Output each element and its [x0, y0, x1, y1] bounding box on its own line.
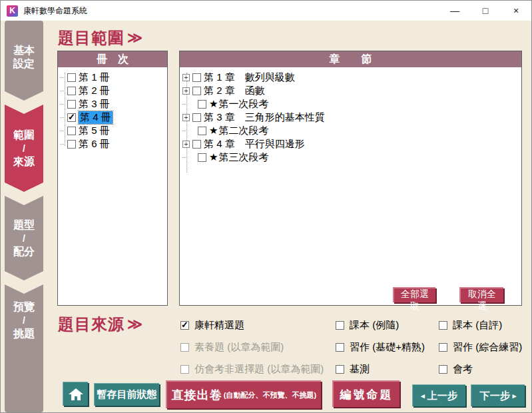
volume-row-5[interactable]: 第 5 冊	[58, 124, 167, 137]
tab-label: 配分	[13, 245, 35, 258]
chapter-label: 第 1 章 數列與級數	[204, 71, 295, 84]
source-column-1: ✓ 康軒精選題 素養題 (以章為範圍) 仿會考非選擇題 (以章為範圍)	[180, 318, 324, 384]
checkbox[interactable]	[67, 127, 76, 135]
volume-panel: 冊 次 第 1 冊 第 2 冊 第 3 冊 ✓ 第 4 冊	[57, 51, 168, 306]
volume-row-3[interactable]: 第 3 冊	[58, 97, 167, 111]
previous-step-button[interactable]: ◂ 上一步	[412, 384, 465, 406]
tab-label: 範圍	[13, 129, 35, 142]
chapter-row-1[interactable]: + 第 1 章 數列與級數	[180, 71, 521, 84]
checkbox[interactable]	[67, 73, 76, 82]
expand-plus-icon[interactable]: +	[182, 114, 190, 121]
volume-list: 第 1 冊 第 2 冊 第 3 冊 ✓ 第 4 冊 第 5 冊	[58, 67, 167, 151]
expand-plus-icon[interactable]: +	[182, 87, 190, 95]
range-section-heading: 題目範圍 ≫	[58, 27, 143, 49]
chapter-row-3[interactable]: + 第 3 章 三角形的基本性質	[180, 111, 521, 124]
checkbox[interactable]	[192, 87, 201, 95]
close-icon[interactable]: ×	[501, 1, 531, 21]
volume-row-2[interactable]: 第 2 冊	[58, 84, 167, 97]
source-kangxuan-featured[interactable]: ✓ 康軒精選題	[180, 318, 324, 332]
checkbox[interactable]	[439, 343, 447, 352]
checkbox[interactable]	[336, 365, 344, 374]
deselect-all-button[interactable]: 取消全選	[459, 287, 503, 302]
app-window: K 康軒數學命題系統 — □ × 基本 設定 範圍 / 來源 題型 / 配分 預…	[0, 0, 532, 413]
double-chevron-icon: ≫	[127, 316, 143, 333]
source-label: 習作 (基礎+精熟)	[350, 341, 425, 354]
source-label: 康軒精選題	[194, 319, 244, 332]
source-textbook-selfcheck[interactable]: 課本 (自評)	[439, 318, 522, 332]
source-textbook-example[interactable]: 課本 (例隨)	[336, 318, 425, 332]
tab-basic-settings[interactable]: 基本 設定	[5, 21, 43, 101]
checkbox[interactable]	[336, 321, 344, 330]
chapter-row-4[interactable]: + 第 4 章 平行與四邊形	[180, 137, 521, 151]
checkbox[interactable]	[198, 153, 206, 162]
exam-label: 第二次段考	[218, 125, 268, 137]
chapter-label: 第 3 章 三角形的基本性質	[204, 111, 325, 124]
checkbox[interactable]	[336, 343, 344, 352]
exam-row-3[interactable]: ★ 第三次段考	[180, 151, 521, 164]
tab-preview-pick[interactable]: 預覽 / 挑題	[5, 284, 43, 412]
direct-generate-button[interactable]: 直接出卷 (自動配分、不預覽、不挑題)	[166, 380, 321, 408]
source-basic-test[interactable]: 基測	[336, 362, 425, 376]
checkbox-checked[interactable]: ✓	[67, 113, 76, 122]
expand-plus-icon[interactable]: +	[182, 74, 190, 81]
source-literacy-disabled: 素養題 (以章為範圍)	[180, 340, 324, 354]
minimize-icon[interactable]: —	[439, 1, 470, 21]
tab-label: 基本	[13, 44, 35, 57]
source-workbook-comprehensive[interactable]: 習作 (綜合練習)	[439, 340, 522, 354]
checkbox[interactable]	[67, 100, 76, 109]
volume-label: 第 6 冊	[79, 138, 110, 151]
tab-label: 挑題	[13, 327, 35, 340]
chapter-label: 第 2 章 函數	[204, 85, 265, 97]
tab-label: 來源	[13, 155, 35, 169]
home-button[interactable]	[63, 382, 88, 406]
expand-plus-icon[interactable]: +	[182, 141, 190, 148]
source-column-2: 課本 (例隨) 習作 (基礎+精熟) 基測	[336, 318, 425, 384]
tab-label: /	[23, 314, 25, 327]
source-entrance-exam[interactable]: 會考	[439, 362, 522, 376]
sidebar: 基本 設定 範圍 / 來源 題型 / 配分 預覽 / 挑題	[5, 21, 43, 411]
tab-label: 題型	[13, 218, 35, 232]
volume-row-4[interactable]: ✓ 第 4 冊	[58, 111, 167, 124]
volume-row-1[interactable]: 第 1 冊	[58, 71, 167, 84]
volume-label: 第 3 冊	[79, 98, 110, 111]
checkbox[interactable]	[439, 365, 447, 374]
numbering-button[interactable]: 編號命題	[332, 380, 399, 407]
direct-generate-note: (自動配分、不預覽、不挑題)	[224, 390, 316, 400]
source-workbook-basic[interactable]: 習作 (基礎+精熟)	[336, 340, 425, 354]
checkbox[interactable]	[198, 100, 206, 109]
source-section-heading: 題目來源 ≫	[58, 314, 143, 335]
chapter-row-2[interactable]: + 第 2 章 函數	[180, 84, 521, 97]
checkbox[interactable]	[67, 140, 76, 149]
tab-label: /	[23, 142, 25, 155]
tab-range-source[interactable]: 範圍 / 來源	[5, 105, 43, 192]
volume-row-6[interactable]: 第 6 冊	[58, 137, 167, 151]
volume-panel-header: 冊 次	[58, 51, 167, 67]
app-logo-icon: K	[7, 5, 18, 17]
checkbox-checked[interactable]: ✓	[180, 321, 189, 330]
save-state-button[interactable]: 暫存目前狀態	[94, 383, 159, 406]
checkbox[interactable]	[439, 321, 447, 330]
source-label: 仿會考非選擇題 (以章為範圍)	[194, 363, 324, 376]
volume-label: 第 5 冊	[79, 125, 110, 137]
maximize-icon[interactable]: □	[470, 1, 501, 21]
source-label: 習作 (綜合練習)	[453, 341, 522, 354]
exam-row-1[interactable]: ★ 第一次段考	[180, 97, 521, 111]
left-arrow-icon: ◂	[421, 392, 425, 400]
window-title: 康軒數學命題系統	[23, 5, 87, 17]
source-label: 素養題 (以章為範圍)	[194, 341, 284, 354]
checkbox[interactable]	[67, 87, 76, 95]
checkbox[interactable]	[198, 127, 206, 135]
select-all-button[interactable]: 全部選取	[393, 287, 435, 302]
checkbox[interactable]	[192, 113, 201, 122]
volume-label: 第 1 冊	[79, 71, 110, 84]
star-icon: ★	[209, 151, 218, 163]
tab-question-type-points[interactable]: 題型 / 配分	[5, 196, 43, 280]
exam-label: 第一次段考	[218, 98, 268, 111]
source-label: 會考	[453, 363, 473, 376]
check-icon: ✓	[181, 320, 188, 330]
checkbox[interactable]	[192, 140, 201, 149]
checkbox[interactable]	[192, 73, 201, 82]
next-step-button[interactable]: 下一步 ▸	[471, 384, 525, 406]
star-icon: ★	[209, 98, 218, 110]
exam-row-2[interactable]: ★ 第二次段考	[180, 124, 521, 137]
